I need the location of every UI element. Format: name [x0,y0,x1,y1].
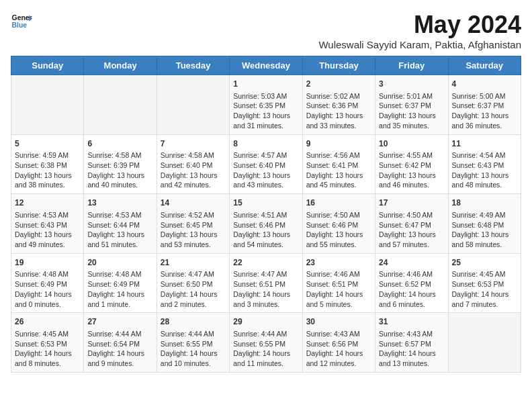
calendar-cell: 3Sunrise: 5:01 AMSunset: 6:37 PMDaylight… [375,75,448,135]
calendar-cell: 13Sunrise: 4:53 AMSunset: 6:44 PMDayligh… [84,194,157,254]
day-info: Sunset: 6:44 PM [87,220,152,230]
day-info: Sunrise: 4:52 AM [161,210,226,220]
calendar-cell: 7Sunrise: 4:58 AMSunset: 6:40 PMDaylight… [157,134,229,194]
calendar-cell: 28Sunrise: 4:44 AMSunset: 6:55 PMDayligh… [157,313,229,373]
header-cell-monday: Monday [84,56,157,75]
day-info: Sunrise: 5:02 AM [306,91,371,101]
day-info: Sunset: 6:45 PM [161,220,226,230]
day-number: 24 [379,257,444,269]
calendar-row: 12Sunrise: 4:53 AMSunset: 6:43 PMDayligh… [11,194,521,254]
calendar-cell: 30Sunrise: 4:43 AMSunset: 6:56 PMDayligh… [302,313,375,373]
day-number: 27 [87,316,152,328]
day-info: Sunset: 6:57 PM [379,339,444,349]
calendar-cell: 21Sunrise: 4:47 AMSunset: 6:50 PMDayligh… [157,253,229,313]
day-number: 30 [306,316,371,328]
day-info: Daylight: 13 hours and 33 minutes. [306,111,371,130]
day-info: Sunset: 6:49 PM [87,279,152,289]
day-number: 18 [452,197,517,209]
day-info: Sunset: 6:41 PM [306,161,371,171]
header: General Blue May 2024 Wuleswali Sayyid K… [11,11,521,50]
day-info: Sunrise: 4:47 AM [161,269,226,279]
day-number: 5 [15,138,80,150]
day-info: Sunrise: 5:00 AM [452,91,517,101]
day-info: Sunset: 6:51 PM [233,279,298,289]
day-info: Sunrise: 4:43 AM [306,329,371,339]
day-info: Daylight: 14 hours and 13 minutes. [379,349,444,368]
day-info: Daylight: 13 hours and 46 minutes. [379,171,444,190]
day-info: Sunset: 6:39 PM [87,161,152,171]
header-cell-thursday: Thursday [302,56,375,75]
day-info: Daylight: 14 hours and 10 minutes. [161,349,226,368]
logo-icon: General Blue [11,11,32,32]
calendar-cell: 25Sunrise: 4:45 AMSunset: 6:53 PMDayligh… [448,253,521,313]
day-info: Daylight: 14 hours and 2 minutes. [161,289,226,309]
day-number: 14 [161,197,226,209]
calendar-cell [448,313,521,373]
day-info: Daylight: 13 hours and 58 minutes. [452,230,517,249]
header-cell-tuesday: Tuesday [157,56,229,75]
day-info: Sunset: 6:40 PM [161,161,226,171]
calendar-cell [11,75,84,135]
day-info: Sunset: 6:50 PM [161,279,226,289]
day-info: Sunset: 6:52 PM [379,279,444,289]
day-info: Daylight: 13 hours and 57 minutes. [379,230,444,249]
calendar-cell: 24Sunrise: 4:46 AMSunset: 6:52 PMDayligh… [375,253,448,313]
day-number: 25 [452,257,517,269]
header-cell-sunday: Sunday [11,56,84,75]
calendar-cell: 27Sunrise: 4:44 AMSunset: 6:54 PMDayligh… [84,313,157,373]
calendar-cell: 16Sunrise: 4:50 AMSunset: 6:46 PMDayligh… [302,194,375,254]
day-info: Daylight: 13 hours and 53 minutes. [161,230,226,249]
day-info: Daylight: 14 hours and 8 minutes. [15,349,80,368]
day-info: Daylight: 14 hours and 0 minutes. [15,289,80,309]
day-number: 17 [379,197,444,209]
day-info: Sunset: 6:48 PM [452,220,517,230]
day-number: 28 [161,316,226,328]
day-number: 26 [15,316,80,328]
day-info: Sunset: 6:47 PM [379,220,444,230]
calendar-cell: 22Sunrise: 4:47 AMSunset: 6:51 PMDayligh… [230,253,302,313]
day-number: 1 [233,79,298,90]
day-info: Sunrise: 4:47 AM [233,269,298,279]
calendar-cell [157,75,229,135]
day-info: Sunrise: 4:56 AM [306,150,371,161]
day-info: Daylight: 13 hours and 48 minutes. [452,171,517,190]
calendar-cell: 18Sunrise: 4:49 AMSunset: 6:48 PMDayligh… [448,194,521,254]
calendar-header: SundayMondayTuesdayWednesdayThursdayFrid… [11,56,521,75]
day-info: Daylight: 13 hours and 45 minutes. [306,171,371,190]
day-info: Sunset: 6:43 PM [15,220,80,230]
calendar-cell: 19Sunrise: 4:48 AMSunset: 6:49 PMDayligh… [11,253,84,313]
day-info: Sunset: 6:35 PM [233,101,298,111]
calendar-cell: 29Sunrise: 4:44 AMSunset: 6:55 PMDayligh… [230,313,302,373]
logo: General Blue [11,11,32,32]
day-info: Daylight: 13 hours and 36 minutes. [452,111,517,130]
day-info: Sunset: 6:55 PM [161,339,226,349]
day-info: Sunrise: 4:57 AM [233,150,298,161]
day-number: 8 [233,138,298,150]
day-info: Sunset: 6:49 PM [15,279,80,289]
day-info: Daylight: 14 hours and 12 minutes. [306,349,371,368]
header-row: SundayMondayTuesdayWednesdayThursdayFrid… [11,56,521,75]
calendar-cell: 2Sunrise: 5:02 AMSunset: 6:36 PMDaylight… [302,75,375,135]
calendar-row: 19Sunrise: 4:48 AMSunset: 6:49 PMDayligh… [11,253,521,313]
calendar-cell: 15Sunrise: 4:51 AMSunset: 6:46 PMDayligh… [230,194,302,254]
header-cell-saturday: Saturday [448,56,521,75]
day-info: Daylight: 13 hours and 31 minutes. [233,111,298,130]
day-info: Daylight: 13 hours and 35 minutes. [379,111,444,130]
day-info: Sunrise: 5:01 AM [379,91,444,101]
calendar-body: 1Sunrise: 5:03 AMSunset: 6:35 PMDaylight… [11,75,521,373]
day-info: Sunset: 6:37 PM [379,101,444,111]
day-info: Sunrise: 4:44 AM [161,329,226,339]
subtitle: Wuleswali Sayyid Karam, Paktia, Afghanis… [318,39,521,50]
day-info: Daylight: 13 hours and 55 minutes. [306,230,371,249]
calendar-cell: 12Sunrise: 4:53 AMSunset: 6:43 PMDayligh… [11,194,84,254]
calendar-cell: 4Sunrise: 5:00 AMSunset: 6:37 PMDaylight… [448,75,521,135]
calendar-cell: 10Sunrise: 4:55 AMSunset: 6:42 PMDayligh… [375,134,448,194]
day-info: Sunrise: 4:55 AM [379,150,444,161]
calendar-row: 1Sunrise: 5:03 AMSunset: 6:35 PMDaylight… [11,75,521,135]
day-info: Daylight: 13 hours and 43 minutes. [233,171,298,190]
calendar-cell: 23Sunrise: 4:46 AMSunset: 6:51 PMDayligh… [302,253,375,313]
day-info: Daylight: 13 hours and 54 minutes. [233,230,298,249]
day-number: 29 [233,316,298,328]
day-info: Sunrise: 4:53 AM [87,210,152,220]
day-info: Sunset: 6:55 PM [233,339,298,349]
